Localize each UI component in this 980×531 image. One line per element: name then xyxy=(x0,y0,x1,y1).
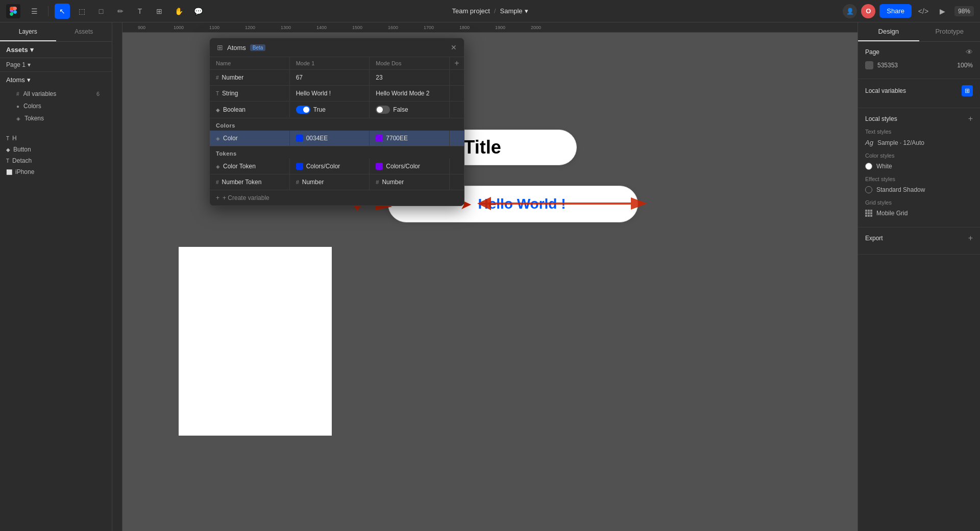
sidebar-tabs: Layers Assets xyxy=(0,22,112,42)
number-options-cell xyxy=(450,73,464,82)
export-section: Export + xyxy=(858,227,980,255)
string-mode2-cell[interactable]: Hello World Mode 2 xyxy=(370,86,450,101)
present-icon[interactable]: ▶ xyxy=(935,4,950,19)
text-tool[interactable]: T xyxy=(132,4,148,19)
component-tool[interactable]: ⊞ xyxy=(152,4,167,19)
layer-item-detach[interactable]: T Detach xyxy=(0,155,112,166)
frame-icon: T xyxy=(6,158,9,164)
standard-shadow-label: Standard Shadow xyxy=(876,186,925,193)
color-token-swatch-mode2 xyxy=(376,163,383,170)
add-mode-button[interactable]: + xyxy=(450,57,464,69)
create-variable-button[interactable]: + + Create variable xyxy=(210,190,464,206)
string-name-cell: T String xyxy=(210,86,290,101)
col-mode1-header: Mode 1 xyxy=(290,57,370,69)
variable-row-color-token[interactable]: ◈ Color Token Colors/Color Colors/Color xyxy=(210,159,464,174)
local-variables-button[interactable]: ⊞ xyxy=(962,85,973,96)
number-token-mode1-cell[interactable]: # Number xyxy=(290,174,370,190)
layer-item-iphone[interactable]: ⬜ iPhone xyxy=(0,166,112,178)
color-mode2-cell[interactable]: 7700EE xyxy=(370,131,450,146)
standard-shadow-style[interactable]: Standard Shadow xyxy=(865,184,973,195)
string-type-icon: T xyxy=(216,91,219,96)
page-selector[interactable]: Page 1 ▾ xyxy=(0,58,112,72)
string-mode1-cell[interactable]: Hello World ! xyxy=(290,86,370,101)
colors-icon: ● xyxy=(16,104,19,109)
grid-styles-group: Grid styles Mobile Grid xyxy=(865,199,973,219)
number-token-mode2-cell[interactable]: # Number xyxy=(370,174,450,190)
color-name-cell: ◈ Color xyxy=(210,131,290,146)
number-token-icon: # xyxy=(216,180,219,185)
chevron-down-icon: ▾ xyxy=(27,76,31,84)
tab-layers[interactable]: Layers xyxy=(0,22,56,41)
boolean-mode2-cell[interactable]: False xyxy=(370,102,450,118)
boolean-name-cell: ◆ Boolean xyxy=(210,102,290,117)
avatar: O xyxy=(861,4,875,18)
code-view-icon[interactable]: </> xyxy=(916,4,931,19)
right-panel: Design Prototype Page 👁 535353 100% Loca… xyxy=(857,22,980,531)
color-token-mode1-cell[interactable]: Colors/Color xyxy=(290,159,370,174)
hand-tool[interactable]: ✋ xyxy=(171,4,186,19)
frame-icon-2: ⬜ xyxy=(6,169,12,175)
tab-prototype[interactable]: Prototype xyxy=(919,22,981,41)
color-token-mode2-cell[interactable]: Colors/Color xyxy=(370,159,450,174)
text-icon: T xyxy=(6,136,9,141)
frame-tool[interactable]: ⬚ xyxy=(74,4,89,19)
white-color-style[interactable]: White xyxy=(865,161,973,172)
pen-tool[interactable]: ✏ xyxy=(113,4,128,19)
page-color-swatch[interactable] xyxy=(865,61,873,69)
boolean-options-cell xyxy=(450,106,464,114)
local-variables-title: Local variables xyxy=(865,87,906,94)
sidebar-toggle-icon[interactable]: ⊞ xyxy=(217,43,223,52)
boolean-mode1-cell[interactable]: True xyxy=(290,102,370,118)
string-options-cell xyxy=(450,89,464,97)
boolean-type-icon: ◆ xyxy=(216,107,220,113)
variable-row-color[interactable]: ◈ Color 0034EE 7700EE xyxy=(210,131,464,146)
toggle-on[interactable] xyxy=(296,106,310,114)
effect-styles-label: Effect styles xyxy=(865,176,973,182)
page-name[interactable]: Sample ▾ xyxy=(500,7,528,15)
text-style-sample[interactable]: Ag Sample · 12/Auto xyxy=(865,137,973,148)
comment-tool[interactable]: 💬 xyxy=(190,4,206,19)
page-section-title: Page xyxy=(865,48,879,56)
variable-row-boolean[interactable]: ◆ Boolean True False xyxy=(210,102,464,118)
variable-row-number-token[interactable]: # Number Token # Number # Number xyxy=(210,174,464,190)
toolbar-separator-1 xyxy=(48,6,48,16)
menu-button[interactable]: ☰ xyxy=(27,4,42,19)
close-icon[interactable]: ✕ xyxy=(451,43,457,52)
white-label: White xyxy=(876,163,892,170)
eye-icon[interactable]: 👁 xyxy=(966,48,973,56)
number-mode1-cell[interactable]: 67 xyxy=(290,70,370,85)
color-mode1-cell[interactable]: 0034EE xyxy=(290,131,370,146)
number-mode2-cell[interactable]: 23 xyxy=(370,70,450,85)
shape-tool[interactable]: □ xyxy=(93,4,109,19)
toggle-off[interactable] xyxy=(376,106,390,114)
effect-dot xyxy=(865,186,872,193)
add-style-button[interactable]: + xyxy=(968,114,973,123)
tab-design[interactable]: Design xyxy=(858,22,919,41)
tab-assets[interactable]: Assets xyxy=(56,22,112,41)
atoms-header[interactable]: Atoms ▾ xyxy=(6,76,106,84)
add-export-button[interactable]: + xyxy=(968,234,973,243)
tokens-section-header: Tokens xyxy=(210,146,464,159)
layer-item-heading[interactable]: T H xyxy=(0,133,112,144)
plus-icon: + xyxy=(216,194,219,201)
select-tool[interactable]: ↖ xyxy=(55,4,70,19)
sidebar-item-colors[interactable]: ● Colors xyxy=(6,100,106,112)
sidebar-item-all-variables[interactable]: # All variables 6 xyxy=(6,88,106,100)
mobile-grid-style[interactable]: Mobile Grid xyxy=(865,208,973,219)
variable-row-number[interactable]: # Number 67 23 xyxy=(210,70,464,86)
sidebar-item-tokens[interactable]: ◈ Tokens xyxy=(6,112,106,124)
app-logo[interactable] xyxy=(6,4,20,18)
variable-row-string[interactable]: T String Hello World ! Hello World Mode … xyxy=(210,86,464,102)
grid-icon xyxy=(865,210,872,217)
export-section-header: Export + xyxy=(865,234,973,243)
color-swatch-mode2 xyxy=(376,135,383,142)
layer-item-button[interactable]: ◆ Button xyxy=(0,144,112,155)
share-button[interactable]: Share xyxy=(879,4,912,18)
local-variables-section: Local variables ⊞ xyxy=(858,79,980,108)
assets-header[interactable]: Assets ▾ xyxy=(0,42,112,58)
page-frame xyxy=(179,247,332,436)
vp-header: ⊞ Atoms Beta ✕ xyxy=(210,38,464,57)
canvas[interactable]: 900 1000 1100 1200 1300 1400 1500 1600 1… xyxy=(112,22,857,531)
zoom-control[interactable]: 98% xyxy=(954,6,974,16)
tokens-icon: ◈ xyxy=(16,116,20,121)
